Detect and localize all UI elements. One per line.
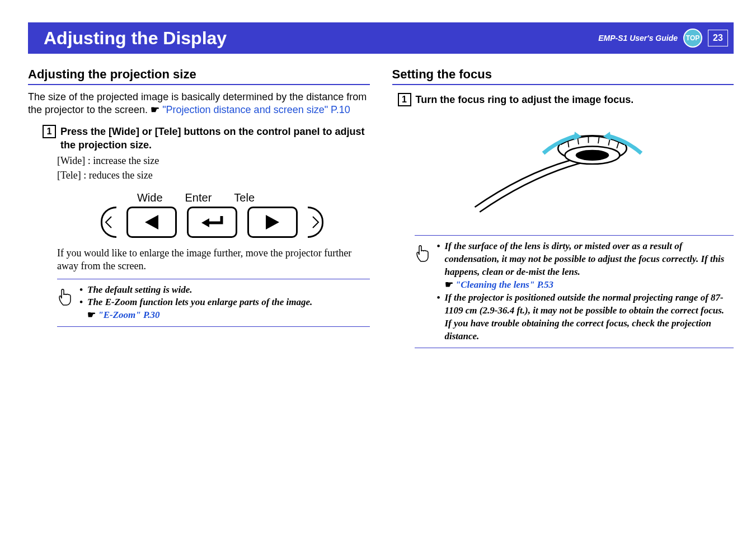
label-wide: Wide (137, 191, 163, 204)
further-text: If you would like to enlarge the image f… (57, 247, 370, 273)
tip2-link[interactable]: "E-Zoom" P.30 (98, 310, 159, 320)
wide-button (126, 207, 177, 238)
intro-link[interactable]: "Projection distance and screen size" P.… (162, 104, 350, 115)
pointer-icon: ☛ (445, 279, 456, 290)
svg-marker-0 (145, 215, 158, 229)
page: Adjusting the Display EMP-S1 User's Guid… (0, 0, 756, 534)
right-column: Setting the focus 1 Turn the focus ring … (392, 67, 734, 348)
focus-ring-illustration (465, 118, 661, 218)
svg-marker-1 (201, 218, 209, 227)
section-heading-focus: Setting the focus (392, 67, 734, 85)
intro-paragraph: The size of the projected image is basic… (28, 91, 370, 117)
tele-desc: [Tele] : reduces the size (57, 168, 370, 182)
right-step-1: 1 Turn the focus ring to adjust the imag… (392, 93, 734, 106)
left-column: Adjusting the projection size The size o… (28, 67, 370, 348)
pointer-icon: ☛ (87, 310, 98, 320)
step-number-1: 1 (398, 93, 411, 106)
label-tele: Tele (234, 191, 255, 204)
left-step-1: 1 Press the [Wide] or [Tele] buttons on … (28, 125, 370, 182)
hand-icon (57, 286, 74, 306)
tip1-text: The default setting is wide. (87, 284, 192, 297)
tip-box-right: • If the surface of the lens is dirty, o… (415, 235, 734, 348)
control-panel-diagram: Wide Enter Tele (101, 191, 370, 238)
label-enter: Enter (185, 191, 212, 204)
title-bar: Adjusting the Display EMP-S1 User's Guid… (28, 22, 734, 54)
content-columns: Adjusting the projection size The size o… (28, 67, 734, 348)
step-title: Press the [Wide] or [Tele] buttons on th… (60, 125, 370, 152)
top-icon[interactable]: TOP (683, 29, 702, 48)
svg-point-11 (576, 150, 609, 161)
wide-desc: [Wide] : increase the size (57, 154, 370, 168)
bullet-icon: • (437, 292, 445, 343)
tip1-link[interactable]: "Cleaning the lens" P.53 (456, 279, 553, 290)
guide-label: EMP-S1 User's Guide (598, 34, 678, 43)
pointer-icon: ☛ (151, 104, 162, 115)
tip-box-left: •The default setting is wide. • The E-Zo… (57, 279, 370, 327)
step-body: [Wide] : increase the size [Tele] : redu… (57, 154, 370, 182)
page-number: 23 (708, 30, 728, 46)
outer-right-bracket (308, 207, 323, 238)
hand-icon (415, 242, 431, 263)
page-title: Adjusting the Display (44, 28, 227, 49)
svg-marker-2 (266, 215, 279, 229)
bullet-icon: • (79, 296, 87, 322)
tele-button (247, 207, 298, 238)
tip2-text: If the projector is positioned outside t… (445, 292, 730, 343)
header-right: EMP-S1 User's Guide TOP 23 (598, 29, 728, 48)
bullet-icon: • (79, 284, 87, 297)
section-heading-projection-size: Adjusting the projection size (28, 67, 370, 85)
step-title: Turn the focus ring to adjust the image … (416, 93, 634, 106)
tip2-text: The E-Zoom function lets you enlarge par… (87, 297, 312, 307)
step-number-1: 1 (43, 125, 56, 138)
enter-button (187, 207, 237, 238)
outer-left-bracket (101, 207, 116, 238)
tip1-text: If the surface of the lens is dirty, or … (445, 241, 725, 277)
bullet-icon: • (437, 240, 445, 292)
